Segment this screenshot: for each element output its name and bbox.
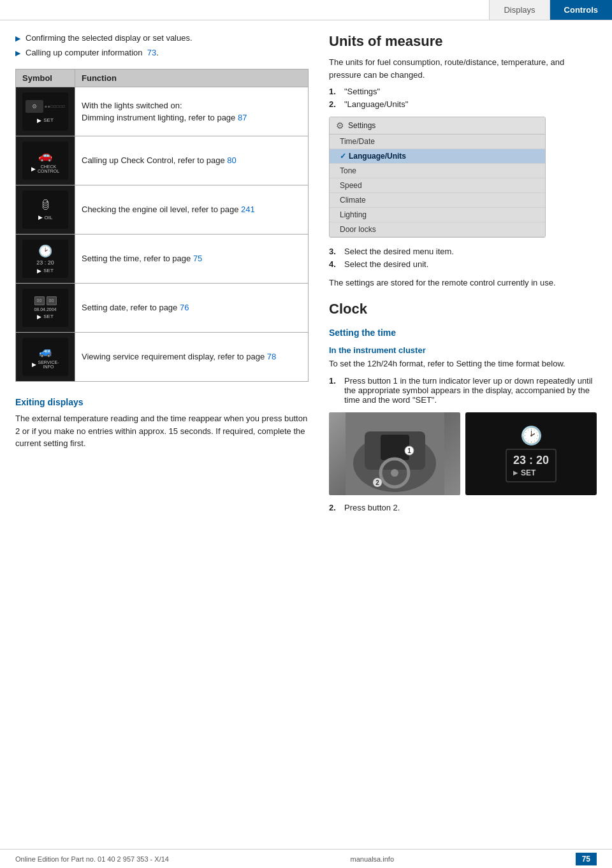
- bullet-arrow-icon: ▶: [15, 49, 20, 57]
- clock-step2-list: 2. Press button 2.: [329, 503, 597, 512]
- clock-setting-subtitle: Setting the time: [329, 328, 597, 338]
- clock-set-row: ▶ SET: [513, 468, 549, 477]
- units-outro: The settings are stored for the remote c…: [329, 277, 597, 289]
- list-item: 2. Press button 2.: [329, 503, 597, 512]
- tab-controls[interactable]: Controls: [550, 0, 612, 20]
- clock-title: Clock: [329, 301, 597, 317]
- time-display: 23 : 20: [36, 259, 54, 266]
- car-interior-svg: 2 1: [346, 412, 444, 495]
- sym-label-time: ▶ SET: [37, 268, 54, 274]
- gear-icon: ⚙: [336, 120, 344, 131]
- symbol-cell: 🛢 ▶ OIL: [16, 185, 75, 235]
- settings-header: ⚙ Settings: [330, 117, 545, 134]
- list-item: 1. "Settings": [329, 87, 597, 96]
- symbol-box-date: 00 00 08.04.2004 ▶ SET: [22, 289, 68, 327]
- units-steps-list: 1. "Settings" 2. "Language/Units": [329, 87, 597, 109]
- clock-instr-text: To set the 12h/24h format, refer to Sett…: [329, 358, 597, 370]
- settings-item-doorlocks: Door locks: [330, 222, 545, 237]
- page-footer: Online Edition for Part no. 01 40 2 957 …: [0, 849, 612, 868]
- settings-menu-screenshot: ⚙ Settings Time/Date ✓Language/Units Ton…: [329, 117, 546, 238]
- function-cell-time: Setting the time, refer to page 75: [75, 235, 309, 284]
- table-row: ⚙ ■ ■ □ □ □ □: [16, 87, 309, 136]
- intro-bullets: ▶ Confirming the selected display or set…: [15, 33, 309, 57]
- clock-time-display: 23 : 20 ▶ SET: [506, 449, 557, 482]
- table-row: 🚗 ▶ CHECKCONTROL Calling up Check Contro…: [16, 136, 309, 185]
- list-item: 2. "Language/Units": [329, 99, 597, 109]
- settings-item-lighting: Lighting: [330, 208, 545, 222]
- sym-label-oil: ▶ OIL: [38, 214, 53, 221]
- symbol-box-check-control: 🚗 ▶ CHECKCONTROL: [22, 141, 68, 180]
- clock-steps-list: 1. Press button 1 in the turn indicator …: [329, 376, 597, 405]
- symbol-function-table: Symbol Function ⚙: [15, 69, 309, 382]
- function-cell-lighting: With the lights switched on: Dimming ins…: [75, 87, 309, 136]
- car-interior-image: 2 1: [329, 412, 460, 495]
- symbol-cell: 🕑 23 : 20 ▶ SET: [16, 235, 75, 284]
- symbol-cell: 00 00 08.04.2004 ▶ SET: [16, 284, 75, 333]
- symbol-box-oil: 🛢 ▶ OIL: [22, 191, 68, 229]
- right-column: Units of measure The units for fuel cons…: [329, 33, 597, 520]
- col-function: Function: [75, 69, 309, 87]
- settings-item-speed: Speed: [330, 178, 545, 193]
- symbol-cell: 🚙 ▶ SERVICE-INFO: [16, 333, 75, 382]
- svg-point-5: [391, 469, 398, 477]
- clock-icon: 🕑: [520, 425, 543, 446]
- settings-item-language: ✓Language/Units: [330, 149, 545, 164]
- clock-display-image: 🕑 23 : 20 ▶ SET: [465, 412, 597, 495]
- link-87[interactable]: 87: [238, 113, 247, 122]
- exiting-displays-text: The external temperature reading and the…: [15, 412, 309, 450]
- link-78[interactable]: 78: [267, 352, 276, 361]
- symbol-box-service: 🚙 ▶ SERVICE-INFO: [22, 338, 68, 376]
- settings-item-timedate: Time/Date: [330, 134, 545, 149]
- main-content: ▶ Confirming the selected display or set…: [0, 23, 612, 530]
- clock-instr-subtitle: In the instrument cluster: [329, 345, 597, 355]
- function-cell-oil: Checking the engine oil level, refer to …: [75, 185, 309, 235]
- left-column: ▶ Confirming the selected display or set…: [15, 33, 309, 520]
- bullet-item: ▶ Confirming the selected display or set…: [15, 33, 309, 43]
- bullet-item: ▶ Calling up computer information 73.: [15, 48, 309, 57]
- sym-label-check: ▶ CHECKCONTROL: [31, 164, 59, 173]
- footer-brand: manualsa.info: [351, 855, 395, 863]
- checkmark-icon: ✓: [340, 152, 346, 161]
- symbol-cell: 🚗 ▶ CHECKCONTROL: [16, 136, 75, 185]
- link-73[interactable]: 73: [147, 48, 156, 57]
- link-241[interactable]: 241: [241, 205, 255, 214]
- function-cell-date: Setting date, refer to page 76: [75, 284, 309, 333]
- page-header: Displays Controls: [0, 0, 612, 20]
- exiting-displays-title: Exiting displays: [15, 397, 309, 407]
- settings-item-tone: Tone: [330, 164, 545, 178]
- footer-edition: Online Edition for Part no. 01 40 2 957 …: [15, 855, 169, 863]
- sym-label-set: ▶ SET: [37, 117, 54, 124]
- col-symbol: Symbol: [16, 69, 75, 87]
- list-item: 1. Press button 1 in the turn indicator …: [329, 376, 597, 405]
- link-76[interactable]: 76: [180, 303, 189, 312]
- set-label: SET: [521, 468, 536, 477]
- units-title: Units of measure: [329, 33, 597, 50]
- sym-label-date: ▶ SET: [37, 314, 54, 320]
- table-row: 00 00 08.04.2004 ▶ SET Setting: [16, 284, 309, 333]
- list-item: 3. Select the desired menu item.: [329, 247, 597, 256]
- svg-rect-3: [381, 435, 409, 460]
- page-number: 75: [576, 853, 597, 865]
- tab-displays[interactable]: Displays: [489, 0, 549, 20]
- list-item: 4. Select the desired unit.: [329, 259, 597, 269]
- link-80[interactable]: 80: [227, 156, 236, 165]
- function-cell-service: Viewing service requirement display, ref…: [75, 333, 309, 382]
- symbol-box-time: 🕑 23 : 20 ▶ SET: [22, 240, 68, 278]
- bullet-arrow-icon: ▶: [15, 34, 20, 43]
- date-display: 08.04.2004: [34, 307, 56, 312]
- header-tab-group: Displays Controls: [489, 0, 612, 20]
- table-row: 🛢 ▶ OIL Checking the engine oil level, r…: [16, 185, 309, 235]
- symbol-box-lighting: ⚙ ■ ■ □ □ □ □: [22, 92, 68, 131]
- sym-label-service: ▶ SERVICE-INFO: [32, 360, 59, 369]
- symbol-cell: ⚙ ■ ■ □ □ □ □: [16, 87, 75, 136]
- clock-images-container: 2 1 🕑 23 : 20 ▶ SET: [329, 412, 597, 495]
- units-steps2-list: 3. Select the desired menu item. 4. Sele…: [329, 247, 597, 269]
- settings-item-climate: Climate: [330, 193, 545, 208]
- units-intro: The units for fuel consumption, route/di…: [329, 56, 597, 82]
- svg-text:2: 2: [375, 479, 379, 486]
- function-cell-check: Calling up Check Control, refer to page …: [75, 136, 309, 185]
- car-interior-art: 2 1: [329, 412, 460, 495]
- link-75[interactable]: 75: [193, 254, 202, 263]
- table-row: 🚙 ▶ SERVICE-INFO Viewing service require…: [16, 333, 309, 382]
- svg-text:1: 1: [407, 447, 411, 454]
